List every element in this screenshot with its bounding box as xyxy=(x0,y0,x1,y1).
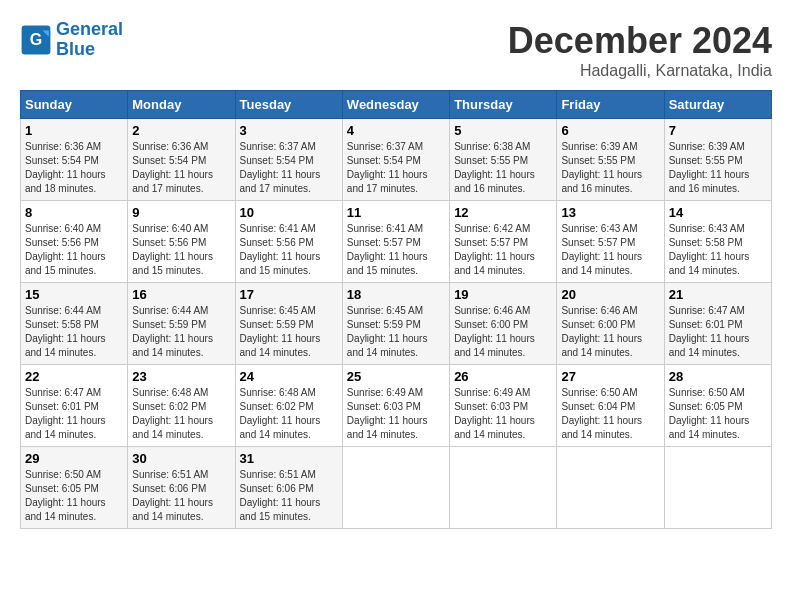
day-number: 9 xyxy=(132,205,230,220)
cell-content: Sunrise: 6:46 AMSunset: 6:00 PMDaylight:… xyxy=(454,304,552,360)
calendar-week-row: 29Sunrise: 6:50 AMSunset: 6:05 PMDayligh… xyxy=(21,447,772,529)
day-number: 13 xyxy=(561,205,659,220)
table-row: 25Sunrise: 6:49 AMSunset: 6:03 PMDayligh… xyxy=(342,365,449,447)
cell-content: Sunrise: 6:43 AMSunset: 5:58 PMDaylight:… xyxy=(669,222,767,278)
table-row: 12Sunrise: 6:42 AMSunset: 5:57 PMDayligh… xyxy=(450,201,557,283)
calendar-week-row: 15Sunrise: 6:44 AMSunset: 5:58 PMDayligh… xyxy=(21,283,772,365)
day-number: 28 xyxy=(669,369,767,384)
header-tuesday: Tuesday xyxy=(235,91,342,119)
table-row: 27Sunrise: 6:50 AMSunset: 6:04 PMDayligh… xyxy=(557,365,664,447)
table-row xyxy=(450,447,557,529)
day-number: 26 xyxy=(454,369,552,384)
day-number: 22 xyxy=(25,369,123,384)
day-number: 21 xyxy=(669,287,767,302)
cell-content: Sunrise: 6:37 AMSunset: 5:54 PMDaylight:… xyxy=(240,140,338,196)
table-row: 16Sunrise: 6:44 AMSunset: 5:59 PMDayligh… xyxy=(128,283,235,365)
logo-general: General xyxy=(56,19,123,39)
table-row: 3Sunrise: 6:37 AMSunset: 5:54 PMDaylight… xyxy=(235,119,342,201)
cell-content: Sunrise: 6:44 AMSunset: 5:59 PMDaylight:… xyxy=(132,304,230,360)
cell-content: Sunrise: 6:36 AMSunset: 5:54 PMDaylight:… xyxy=(25,140,123,196)
day-number: 25 xyxy=(347,369,445,384)
cell-content: Sunrise: 6:41 AMSunset: 5:57 PMDaylight:… xyxy=(347,222,445,278)
table-row: 18Sunrise: 6:45 AMSunset: 5:59 PMDayligh… xyxy=(342,283,449,365)
cell-content: Sunrise: 6:45 AMSunset: 5:59 PMDaylight:… xyxy=(347,304,445,360)
cell-content: Sunrise: 6:49 AMSunset: 6:03 PMDaylight:… xyxy=(347,386,445,442)
day-number: 20 xyxy=(561,287,659,302)
calendar-table: Sunday Monday Tuesday Wednesday Thursday… xyxy=(20,90,772,529)
day-number: 24 xyxy=(240,369,338,384)
cell-content: Sunrise: 6:49 AMSunset: 6:03 PMDaylight:… xyxy=(454,386,552,442)
cell-content: Sunrise: 6:51 AMSunset: 6:06 PMDaylight:… xyxy=(240,468,338,524)
table-row: 22Sunrise: 6:47 AMSunset: 6:01 PMDayligh… xyxy=(21,365,128,447)
day-number: 18 xyxy=(347,287,445,302)
day-number: 6 xyxy=(561,123,659,138)
table-row: 17Sunrise: 6:45 AMSunset: 5:59 PMDayligh… xyxy=(235,283,342,365)
day-number: 31 xyxy=(240,451,338,466)
table-row xyxy=(557,447,664,529)
title-block: December 2024 Hadagalli, Karnataka, Indi… xyxy=(508,20,772,80)
header-sunday: Sunday xyxy=(21,91,128,119)
day-number: 16 xyxy=(132,287,230,302)
day-number: 4 xyxy=(347,123,445,138)
cell-content: Sunrise: 6:45 AMSunset: 5:59 PMDaylight:… xyxy=(240,304,338,360)
cell-content: Sunrise: 6:48 AMSunset: 6:02 PMDaylight:… xyxy=(240,386,338,442)
table-row: 31Sunrise: 6:51 AMSunset: 6:06 PMDayligh… xyxy=(235,447,342,529)
cell-content: Sunrise: 6:39 AMSunset: 5:55 PMDaylight:… xyxy=(561,140,659,196)
table-row: 4Sunrise: 6:37 AMSunset: 5:54 PMDaylight… xyxy=(342,119,449,201)
day-number: 2 xyxy=(132,123,230,138)
table-row: 8Sunrise: 6:40 AMSunset: 5:56 PMDaylight… xyxy=(21,201,128,283)
cell-content: Sunrise: 6:40 AMSunset: 5:56 PMDaylight:… xyxy=(132,222,230,278)
cell-content: Sunrise: 6:46 AMSunset: 6:00 PMDaylight:… xyxy=(561,304,659,360)
logo-icon: G xyxy=(20,24,52,56)
month-title: December 2024 xyxy=(508,20,772,62)
day-number: 10 xyxy=(240,205,338,220)
calendar-week-row: 8Sunrise: 6:40 AMSunset: 5:56 PMDaylight… xyxy=(21,201,772,283)
calendar-week-row: 1Sunrise: 6:36 AMSunset: 5:54 PMDaylight… xyxy=(21,119,772,201)
day-number: 7 xyxy=(669,123,767,138)
day-number: 29 xyxy=(25,451,123,466)
table-row: 5Sunrise: 6:38 AMSunset: 5:55 PMDaylight… xyxy=(450,119,557,201)
table-row: 13Sunrise: 6:43 AMSunset: 5:57 PMDayligh… xyxy=(557,201,664,283)
header-thursday: Thursday xyxy=(450,91,557,119)
day-number: 27 xyxy=(561,369,659,384)
day-number: 14 xyxy=(669,205,767,220)
cell-content: Sunrise: 6:48 AMSunset: 6:02 PMDaylight:… xyxy=(132,386,230,442)
cell-content: Sunrise: 6:50 AMSunset: 6:05 PMDaylight:… xyxy=(669,386,767,442)
table-row: 15Sunrise: 6:44 AMSunset: 5:58 PMDayligh… xyxy=(21,283,128,365)
cell-content: Sunrise: 6:43 AMSunset: 5:57 PMDaylight:… xyxy=(561,222,659,278)
table-row: 26Sunrise: 6:49 AMSunset: 6:03 PMDayligh… xyxy=(450,365,557,447)
cell-content: Sunrise: 6:37 AMSunset: 5:54 PMDaylight:… xyxy=(347,140,445,196)
location: Hadagalli, Karnataka, India xyxy=(508,62,772,80)
table-row: 24Sunrise: 6:48 AMSunset: 6:02 PMDayligh… xyxy=(235,365,342,447)
day-number: 30 xyxy=(132,451,230,466)
table-row: 23Sunrise: 6:48 AMSunset: 6:02 PMDayligh… xyxy=(128,365,235,447)
table-row: 2Sunrise: 6:36 AMSunset: 5:54 PMDaylight… xyxy=(128,119,235,201)
logo-blue: Blue xyxy=(56,39,95,59)
cell-content: Sunrise: 6:50 AMSunset: 6:04 PMDaylight:… xyxy=(561,386,659,442)
header-wednesday: Wednesday xyxy=(342,91,449,119)
cell-content: Sunrise: 6:41 AMSunset: 5:56 PMDaylight:… xyxy=(240,222,338,278)
cell-content: Sunrise: 6:38 AMSunset: 5:55 PMDaylight:… xyxy=(454,140,552,196)
day-number: 8 xyxy=(25,205,123,220)
cell-content: Sunrise: 6:36 AMSunset: 5:54 PMDaylight:… xyxy=(132,140,230,196)
table-row: 11Sunrise: 6:41 AMSunset: 5:57 PMDayligh… xyxy=(342,201,449,283)
table-row: 14Sunrise: 6:43 AMSunset: 5:58 PMDayligh… xyxy=(664,201,771,283)
table-row: 19Sunrise: 6:46 AMSunset: 6:00 PMDayligh… xyxy=(450,283,557,365)
cell-content: Sunrise: 6:47 AMSunset: 6:01 PMDaylight:… xyxy=(25,386,123,442)
table-row: 21Sunrise: 6:47 AMSunset: 6:01 PMDayligh… xyxy=(664,283,771,365)
header-monday: Monday xyxy=(128,91,235,119)
day-number: 3 xyxy=(240,123,338,138)
table-row xyxy=(664,447,771,529)
logo-text: General Blue xyxy=(56,20,123,60)
day-number: 19 xyxy=(454,287,552,302)
cell-content: Sunrise: 6:50 AMSunset: 6:05 PMDaylight:… xyxy=(25,468,123,524)
svg-text:G: G xyxy=(30,31,42,48)
cell-content: Sunrise: 6:40 AMSunset: 5:56 PMDaylight:… xyxy=(25,222,123,278)
day-number: 1 xyxy=(25,123,123,138)
day-number: 11 xyxy=(347,205,445,220)
day-number: 17 xyxy=(240,287,338,302)
header-saturday: Saturday xyxy=(664,91,771,119)
day-number: 23 xyxy=(132,369,230,384)
header-friday: Friday xyxy=(557,91,664,119)
table-row: 7Sunrise: 6:39 AMSunset: 5:55 PMDaylight… xyxy=(664,119,771,201)
